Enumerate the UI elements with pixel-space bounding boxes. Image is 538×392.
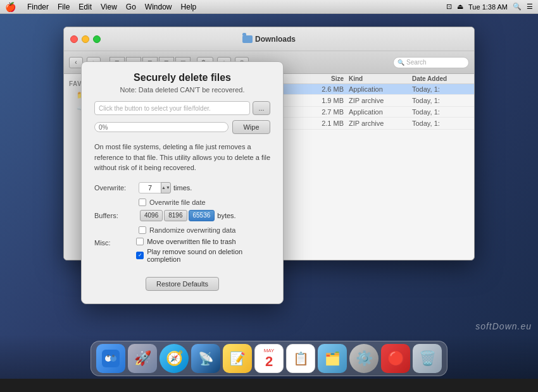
file-kind-0: Application <box>349 85 412 93</box>
overwrite-date-checkbox[interactable] <box>139 199 146 206</box>
panel-title: Securely delete files <box>94 72 270 83</box>
misc-app-icon: 🗂️ <box>325 351 341 366</box>
menubar: 🍎 Finder File Edit View Go Window Help ⊡… <box>0 0 538 14</box>
buffers-suffix: bytes. <box>217 212 235 219</box>
progress-bar: 0% <box>94 122 228 132</box>
misc-row: Misc: Move overwritten file to trash ✓ P… <box>94 238 270 263</box>
desktop: Downloads ‹ › ⊞ ≡ ⊟ ⊞ ▣ ⚙▾ ↑ ⊘ 🔍 Search <box>0 14 538 379</box>
zoom-button[interactable] <box>93 35 101 43</box>
misc-trash-checkbox[interactable] <box>136 238 144 245</box>
panel-subtitle: Note: Data deleted CAN'T be recovered. <box>94 86 270 94</box>
misc-trash-row: Move overwritten file to trash <box>136 238 270 245</box>
calendar-month: MAY <box>264 348 275 353</box>
search-bar[interactable]: 🔍 Search <box>393 57 469 68</box>
randomize-row: Randomize overwriting data <box>139 226 270 234</box>
file-date-3: Today, 1: <box>412 119 469 127</box>
menu-help[interactable]: Help <box>181 3 197 11</box>
dock-safari[interactable]: 🧭 <box>160 344 189 373</box>
menu-view[interactable]: View <box>101 3 117 11</box>
watermark: softDown.eu <box>475 321 532 331</box>
traffic-lights <box>70 35 101 43</box>
dock-notes[interactable]: 📝 <box>223 344 252 373</box>
dock: 🚀 🧭 📡 📝 MAY 2 📋 <box>0 334 538 379</box>
search-placeholder: Search <box>406 59 427 66</box>
file-size-1: 1.9 MB <box>304 97 349 104</box>
progress-row: 0% Wipe <box>94 120 270 134</box>
misc-sound-checkbox[interactable]: ✓ <box>136 252 144 259</box>
dock-trash[interactable]: 🗑️ <box>413 344 442 373</box>
misc-sound-row: ✓ Play remove sound on deletion completi… <box>136 248 270 263</box>
buf-4096[interactable]: 4096 <box>140 210 163 221</box>
file-size-2: 2.7 MB <box>304 108 349 116</box>
screen-mirror-icon: ⊡ <box>446 3 452 11</box>
file-input-placeholder: Click the button to select your file/fol… <box>99 105 211 112</box>
notes-icon: 📝 <box>230 351 246 366</box>
safari-icon: 🧭 <box>166 350 183 367</box>
overwrite-date-label: Overwrite file date <box>149 199 206 206</box>
dock-launchpad[interactable]: 🚀 <box>128 344 157 373</box>
finder-title: Downloads <box>242 35 296 44</box>
misc-trash-label: Move overwritten file to trash <box>147 238 236 245</box>
minimize-button[interactable] <box>82 35 89 43</box>
eject-icon: ⏏ <box>457 3 463 11</box>
dock-system-prefs[interactable]: ⚙️ <box>349 344 378 373</box>
file-size-3: 2.1 MB <box>304 119 349 127</box>
svg-point-4 <box>112 355 115 357</box>
menu-window[interactable]: Window <box>145 3 172 11</box>
progress-text: 0% <box>99 124 108 131</box>
menubar-right: ⊡ ⏏ Tue 1:38 AM 🔍 ☰ <box>446 3 533 11</box>
close-button[interactable] <box>70 35 78 43</box>
misc-label: Misc: <box>94 238 136 247</box>
search-icon[interactable]: 🔍 <box>513 3 522 11</box>
launchpad-icon: 🚀 <box>134 350 151 367</box>
file-size-0: 2.6 MB <box>304 85 349 93</box>
col-size-header: Size <box>304 75 349 82</box>
buffer-buttons: 4096 8196 65536 <box>140 210 215 221</box>
dock-finder[interactable] <box>96 344 125 373</box>
apple-menu[interactable]: 🍎 <box>5 2 16 12</box>
reminders-icon: 📋 <box>293 351 309 366</box>
overwrite-stepper[interactable]: ▲▼ <box>161 182 171 193</box>
file-select-row: Click the button to select your file/fol… <box>94 101 270 115</box>
trash-icon: 🗑️ <box>419 350 436 367</box>
file-kind-1: ZIP archive <box>349 97 412 104</box>
menu-finder[interactable]: Finder <box>27 3 49 11</box>
description-text: On most file systems, deleting a file ju… <box>94 142 270 173</box>
airdrop-icon: 📡 <box>198 351 214 366</box>
svg-point-3 <box>107 355 109 357</box>
shredder-app-icon: 🔴 <box>387 350 404 367</box>
finder-titlebar: Downloads <box>64 27 474 51</box>
dock-reminders[interactable]: 📋 <box>286 344 315 373</box>
buffers-label: Buffers: <box>94 212 139 219</box>
calendar-date: 2 <box>265 353 273 370</box>
overwrite-label: Overwrite: <box>94 184 139 192</box>
restore-row: Restore Defaults <box>94 269 270 291</box>
overwrite-date-row: Overwrite file date <box>139 199 270 206</box>
buf-8196[interactable]: 8196 <box>164 210 187 221</box>
col-kind-header: Kind <box>349 75 412 82</box>
file-date-2: Today, 1: <box>412 108 469 116</box>
dock-shredder-app[interactable]: 🔴 <box>381 344 410 373</box>
file-select-input[interactable]: Click the button to select your file/fol… <box>94 101 250 115</box>
buf-65536[interactable]: 65536 <box>189 210 215 221</box>
file-date-0: Today, 1: <box>412 85 469 93</box>
menu-file[interactable]: File <box>58 3 70 11</box>
dock-misc-app[interactable]: 🗂️ <box>318 344 347 373</box>
file-date-1: Today, 1: <box>412 97 469 104</box>
buffers-row: Buffers: 4096 8196 65536 bytes. <box>94 210 270 221</box>
menu-go[interactable]: Go <box>126 3 136 11</box>
file-kind-3: ZIP archive <box>349 119 412 127</box>
dock-calendar[interactable]: MAY 2 <box>254 344 284 373</box>
browse-button[interactable]: ... <box>253 101 270 115</box>
notification-icon[interactable]: ☰ <box>527 3 533 11</box>
randomize-label: Randomize overwriting data <box>149 226 235 234</box>
wipe-button[interactable]: Wipe <box>232 120 270 134</box>
dock-airdrop[interactable]: 📡 <box>191 344 220 373</box>
restore-defaults-button[interactable]: Restore Defaults <box>146 277 219 291</box>
menu-edit[interactable]: Edit <box>78 3 92 11</box>
overwrite-input[interactable] <box>139 182 161 193</box>
clock: Tue 1:38 AM <box>468 3 508 11</box>
folder-icon <box>242 35 253 43</box>
dock-inner: 🚀 🧭 📡 📝 MAY 2 📋 <box>91 341 447 376</box>
randomize-checkbox[interactable] <box>139 226 146 234</box>
